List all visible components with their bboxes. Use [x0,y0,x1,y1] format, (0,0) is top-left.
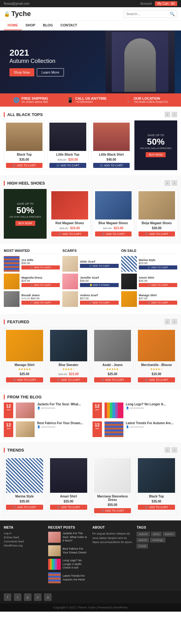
add-to-cart-button[interactable]: 🛒 ADD TO CART [139,231,175,236]
nav-item-blog[interactable]: BLOG [39,21,57,30]
hero-content: 2021 Autumn Collection Shop Now Learn Mo… [0,41,73,83]
product-card-black-top: Black Top $35.00 🛒 ADD TO CART [4,120,45,170]
recent-post-item-1: Jackets For The Soul. What Color Is It N… [48,532,89,543]
product-name: Blue Magawi Shoes [95,221,132,225]
tag-fashion[interactable]: fashion [163,532,175,536]
add-to-cart-button[interactable]: 🛒 ADD TO CART [139,283,177,287]
product-price: $25.00 [20,372,30,376]
footer-link-wordpress[interactable]: WordPress.org [4,544,44,547]
vimeo-icon[interactable]: v [34,593,42,601]
product-name: Red Magawi Shoes [51,221,88,225]
search-button[interactable]: 🔍 [168,10,177,18]
add-to-cart-button[interactable]: 🛒 ADD TO CART [49,163,86,168]
blog-meta: 👤 administrator [126,425,178,428]
product-price: $25.00 [64,500,73,503]
add-to-cart-button[interactable]: 🛒 ADD TO CART [21,265,60,269]
account-link[interactable]: Account [140,2,152,5]
product-price: $30.00 [152,226,162,230]
nav-item-contact[interactable]: CONTACT [57,21,81,30]
add-to-cart-button[interactable]: 🛒 ADD TO CART [21,283,60,287]
next-button[interactable]: › [172,112,177,117]
add-to-cart-button[interactable]: 🛒 ADD TO CART [80,301,118,305]
prev-button[interactable]: ‹ [165,447,170,453]
cart-button[interactable]: My Cart - $0 [155,1,177,6]
add-to-cart-button[interactable]: ⭐ ADD 5 STARS [80,283,118,287]
product-price: $23.00 [114,226,123,230]
blog-post-title[interactable]: Jackets For The Soul. What... [37,402,89,406]
featured-product-name: Merchantile - Blouse [138,363,175,367]
product-price: $35.00 [152,500,161,503]
blog-meta: 👤 administrator [37,407,89,409]
featured-product-name: Manago Shirt [6,363,43,367]
add-to-cart-button[interactable]: 🛒 ADD TO CART [95,231,132,236]
footer-link-comments[interactable]: Comments feed [4,540,44,543]
add-to-cart-button[interactable]: 🛒 ADD TO CART [6,377,43,382]
add-to-cart-button[interactable]: 🛒 ADD TO CART [50,505,87,510]
mini-product-price: $70.00 $60.00 [21,297,60,300]
tag-jackets[interactable]: jackets [137,538,149,542]
most-wanted-title: MOST WANTED [4,249,60,254]
next-button[interactable]: › [172,447,177,453]
blog-date: 12 Jun [4,402,13,418]
tag-autumn[interactable]: Autumn [137,532,150,536]
prev-button[interactable]: ‹ [165,319,170,325]
facebook-icon[interactable]: f [4,593,11,601]
promo-buy-now-button[interactable]: BUY NOW [146,152,166,157]
twitter-icon[interactable]: t [14,593,21,601]
copyright-text: Copyright © 2022 | Theme: Tyche | Powere… [54,606,128,609]
prev-button[interactable]: ‹ [165,112,170,117]
add-to-cart-button[interactable]: 🛒 ADD TO CART [94,377,131,382]
product-card-little-black-top: Little Black Top $35.00 $20.00 🛒 ADD TO … [47,120,88,170]
soundcloud-icon[interactable]: a [44,593,52,601]
featured-product-name: Asabi - Jeans [94,363,131,367]
footer-link-login[interactable]: Log in [4,532,44,535]
add-to-cart-button[interactable]: 🛒 ADD TO CART [21,301,60,305]
blog-post-title[interactable]: Long Legs? No Longer A... [126,402,178,406]
tag-stockings[interactable]: stockings [150,538,165,542]
add-to-cart-button[interactable]: 🛒 ADD TO CART [50,377,87,382]
learn-more-button[interactable]: Learn More [37,68,64,76]
recent-post-title[interactable]: Best Fabrics For Your Dream Dress! [63,547,89,554]
add-to-cart-button[interactable]: 🛒 ADD TO CART [94,508,131,513]
promo-save-text: SAVE UP TO [17,202,34,205]
prev-button[interactable]: ‹ [165,180,170,186]
promo-percent: 50% [147,137,165,147]
nav-item-shop[interactable]: SHOP [22,21,39,30]
shop-now-button[interactable]: Shop Now [9,68,34,76]
blog-item-4: 12 Jun Latest Trends For Autumn Are... 👤… [93,421,178,437]
add-to-cart-button[interactable]: 🛒 ADD TO CART [138,377,175,382]
mini-product-image [4,291,20,307]
tag-dress[interactable]: dress [151,532,162,536]
search-input[interactable] [124,11,168,17]
feature-phone-title: CALL US ANYTIME [75,97,107,100]
blog-date: 12 Jun [93,421,102,437]
add-to-cart-button[interactable]: 🛒 ADD TO CART [138,505,175,510]
add-to-cart-button[interactable]: 🛒 ADD TO CART [93,163,130,168]
footer-link-entries[interactable]: Entries feed [4,536,44,539]
add-to-cart-button[interactable]: 🛒 ADD TO CART [6,163,42,168]
three-col-section: MOST WANTED 111 Gifts $35.00 🛒 ADD TO CA… [0,244,181,314]
recent-post-title[interactable]: Long Legs? No Longer A Myth! Check It ou… [63,559,89,570]
tag-trends[interactable]: trends [137,544,148,548]
product-price: $20.00 [68,158,78,161]
blog-post-title[interactable]: Best Fabrics For Your Dream... [37,421,89,425]
pinterest-icon[interactable]: p [24,593,31,601]
product-card-little-black-shirt: Little Black Shirt $40.00 🛒 ADD TO CART [91,120,132,170]
add-to-cart-button[interactable]: 🛒 ADD TO CART [51,231,88,236]
blog-post-title[interactable]: Latest Trends For Autumn Are... [126,421,178,425]
featured-card-sweater: Blue Sweater ★★★★☆ $26.00 $15.00 🛒 ADD T… [48,328,89,385]
add-to-cart-button[interactable]: 🛒 ADD TO CART [139,301,177,305]
next-button[interactable]: › [172,180,177,186]
recent-post-title[interactable]: Jackets For The Soul. What Color Is It N… [63,532,89,543]
recent-post-title[interactable]: Latest Trends For Autumn Are Here! [63,574,89,581]
mini-product-name: Andora Scarf [80,294,118,297]
add-to-cart-button[interactable]: 🛒 ADD TO CART [139,265,177,269]
recent-post-item-4: Latest Trends For Autumn Are Here! [48,572,89,583]
trend-product-image [6,458,43,493]
add-to-cart-button[interactable]: 🛒 ADD TO CART [6,505,43,510]
product-name: Little Black Shirt [93,153,130,156]
promo-buy-now-button[interactable]: BUY NOW [15,221,35,226]
add-to-cart-button[interactable]: 🛒 ADD TO CART [80,264,118,268]
next-button[interactable]: › [172,319,177,325]
nav-item-home[interactable]: HOME [4,21,22,30]
